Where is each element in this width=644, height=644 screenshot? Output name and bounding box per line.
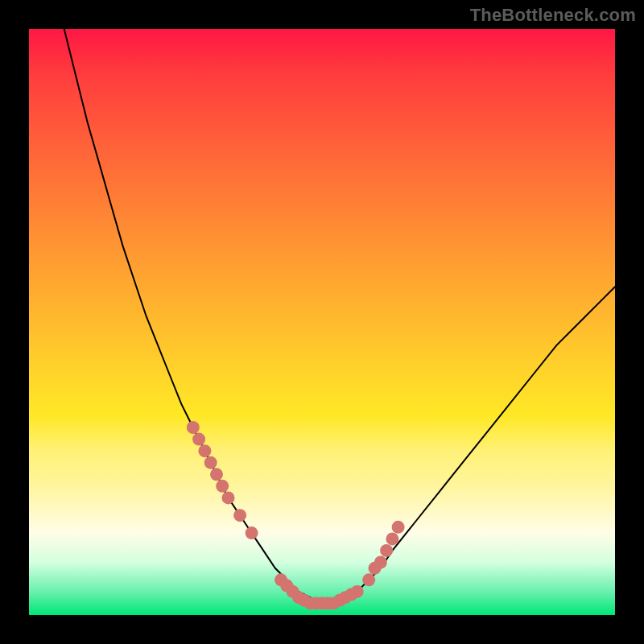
- marker-dot: [275, 573, 287, 586]
- marker-dot: [345, 588, 357, 601]
- watermark-text: TheBottleneck.com: [470, 5, 636, 26]
- marker-dot: [198, 444, 211, 457]
- marker-dot: [339, 591, 352, 604]
- marker-dot: [369, 562, 382, 575]
- bottleneck-curve: [64, 29, 615, 603]
- marker-dot: [216, 480, 229, 493]
- marker-dot: [303, 597, 316, 609]
- marker-dot: [386, 532, 398, 545]
- marker-dot: [328, 597, 341, 609]
- marker-dot: [333, 594, 346, 607]
- marker-dot: [362, 573, 375, 586]
- marker-dot: [292, 591, 305, 604]
- marker-dot: [321, 597, 334, 609]
- chart-svg: [29, 29, 615, 615]
- marker-dot: [374, 556, 387, 569]
- marker-dot: [298, 594, 311, 607]
- marker-dot: [210, 468, 223, 481]
- marker-dot: [246, 526, 258, 539]
- marker-dot: [351, 585, 364, 598]
- marker-dot: [287, 585, 299, 598]
- marker-dot: [187, 421, 200, 434]
- marker-dot: [316, 597, 328, 609]
- marker-dot: [280, 580, 293, 592]
- marker-dot: [310, 597, 323, 609]
- marker-dots: [187, 421, 405, 609]
- marker-dot: [222, 491, 235, 504]
- marker-dot: [392, 521, 405, 534]
- chart-frame: TheBottleneck.com: [0, 0, 644, 644]
- marker-dot: [192, 433, 205, 446]
- plot-area: [29, 29, 615, 615]
- marker-dot: [204, 456, 217, 469]
- marker-dot: [380, 544, 393, 557]
- marker-dot: [233, 509, 246, 522]
